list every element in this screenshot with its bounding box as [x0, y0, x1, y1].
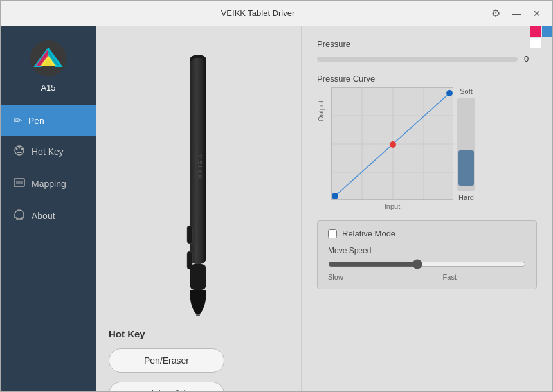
color-squares: [530, 26, 552, 48]
svg-point-29: [390, 141, 396, 148]
speed-slider-row: [328, 259, 526, 269]
svg-rect-12: [16, 181, 23, 184]
move-speed-label: Move Speed: [328, 246, 526, 255]
close-button[interactable]: ✕: [529, 6, 545, 21]
pen-area: VEIKK: [96, 26, 302, 391]
color-sq-blue: [542, 26, 552, 37]
sidebar-label-about: About: [32, 211, 55, 221]
color-sq-pink: [530, 26, 541, 37]
app-window: VEIKK Tablet Driver ⚙ — ✕ A15: [0, 0, 553, 392]
sidebar-item-pen[interactable]: ✏ Pen: [1, 105, 96, 136]
panel-content: VEIKK: [96, 26, 552, 391]
hotkey-icon: [14, 145, 25, 159]
title-bar: VEIKK Tablet Driver ⚙ — ✕: [1, 1, 552, 26]
app-logo: [29, 39, 68, 78]
pressure-curve-section: Pressure Curve Output: [317, 74, 537, 210]
sidebar-label-pen: Pen: [28, 116, 44, 126]
color-sq-light: [542, 38, 552, 48]
move-speed-section: Move Speed Slow Fast: [328, 246, 526, 281]
pressure-curve-label: Pressure Curve: [317, 74, 475, 84]
input-label: Input: [331, 202, 453, 210]
sidebar-nav: ✏ Pen Hot Key: [1, 105, 96, 232]
pressure-bar: [317, 57, 518, 62]
svg-point-31: [332, 193, 338, 199]
device-name: A15: [41, 83, 55, 93]
pen-image: VEIKK: [181, 39, 216, 316]
settings-button[interactable]: ⚙: [488, 6, 503, 21]
sidebar-item-about[interactable]: About: [1, 200, 96, 232]
pressure-curve-container: Pressure Curve Output: [317, 74, 475, 210]
pen-eraser-button[interactable]: Pen/Eraser: [109, 348, 224, 373]
color-sq-white: [530, 38, 541, 48]
sidebar: A15 ✏ Pen Ho: [1, 26, 96, 391]
sidebar-item-hotkey[interactable]: Hot Key: [1, 136, 96, 168]
slow-label: Slow: [328, 273, 343, 281]
speed-labels: Slow Fast: [328, 273, 457, 281]
right-panel: VEIKK: [96, 26, 552, 391]
soft-label: Soft: [460, 87, 473, 95]
svg-point-9: [21, 148, 23, 150]
sidebar-label-mapping: Mapping: [32, 179, 66, 189]
pen-icon: ✏: [14, 114, 22, 127]
main-content: A15 ✏ Pen Ho: [1, 26, 552, 391]
window-title: VEIKK Tablet Driver: [28, 8, 488, 18]
relative-mode-row: Relative Mode: [328, 229, 526, 238]
relative-mode-section: Relative Mode Move Speed Slow Fast: [317, 220, 537, 289]
svg-rect-20: [190, 264, 206, 290]
vertical-slider-track: [457, 98, 475, 191]
svg-point-7: [16, 148, 18, 150]
vertical-slider-thumb[interactable]: [458, 150, 474, 186]
pressure-value: 0: [524, 54, 537, 64]
mapping-icon: [14, 177, 25, 191]
curve-chart: [331, 87, 453, 200]
speed-slider[interactable]: [328, 259, 526, 269]
title-bar-controls: ⚙ — ✕: [488, 6, 545, 21]
pressure-label: Pressure: [317, 39, 537, 49]
output-label: Output: [317, 100, 325, 121]
right-click-button[interactable]: Right Click: [109, 382, 224, 391]
sidebar-item-mapping[interactable]: Mapping: [1, 168, 96, 200]
svg-rect-18: [187, 226, 192, 244]
svg-rect-10: [17, 152, 22, 153]
svg-point-8: [19, 147, 21, 149]
relative-mode-checkbox[interactable]: [328, 229, 337, 238]
svg-text:VEIKK: VEIKK: [197, 154, 203, 181]
sidebar-label-hotkey: Hot Key: [32, 147, 64, 157]
settings-area: Pressure 0 Pressure Curve: [302, 26, 552, 391]
curve-slider-area: Soft Hard: [457, 87, 475, 201]
hard-label: Hard: [458, 193, 474, 201]
svg-point-30: [446, 90, 453, 96]
about-icon: [14, 209, 25, 223]
pressure-row: 0: [317, 54, 537, 64]
pen-image-container: VEIKK: [181, 39, 216, 316]
hotkey-title: Hot Key: [109, 328, 288, 339]
pressure-section: Pressure 0: [317, 39, 537, 64]
relative-mode-label: Relative Mode: [342, 229, 395, 238]
fast-label: Fast: [443, 273, 457, 281]
hotkey-section: Hot Key Pen/Eraser Right Click: [109, 328, 288, 391]
minimize-button[interactable]: —: [509, 6, 524, 21]
